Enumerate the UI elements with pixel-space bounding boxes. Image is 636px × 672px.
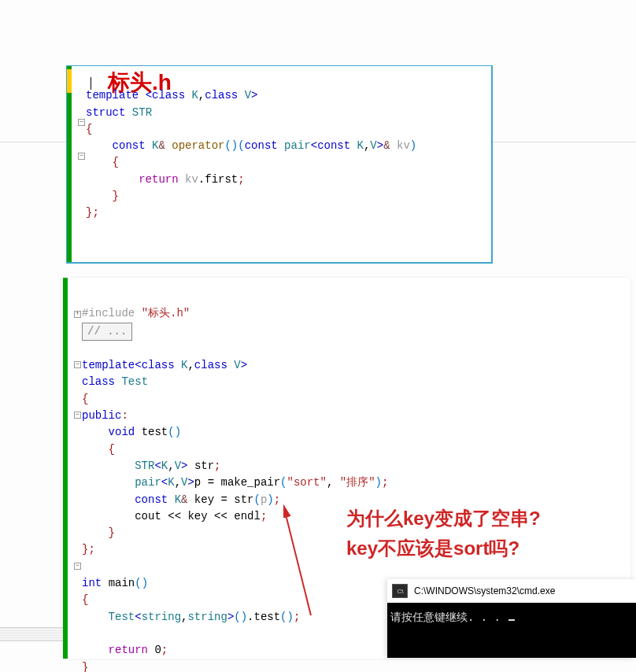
code-editor-header[interactable]: − − 标头.h template <class K,class V> stru… (66, 65, 493, 264)
cmd-output: 请按任意键继续. . . (387, 603, 636, 658)
fold-toggle[interactable]: + (74, 311, 81, 318)
terminal-cursor (508, 619, 515, 621)
cmd-window[interactable]: C:\ C:\WINDOWS\system32\cmd.exe 请按任意键继续.… (387, 579, 636, 658)
code-content: #include "标头.h" // ... template<class K,… (82, 289, 388, 672)
fold-toggle[interactable]: − (78, 153, 85, 160)
cmd-icon: C:\ (392, 584, 408, 598)
collapsed-region[interactable]: // ... (82, 323, 132, 341)
fold-toggle[interactable]: − (74, 361, 81, 368)
fold-column: + − − − (68, 278, 80, 659)
cmd-title-bar[interactable]: C:\ C:\WINDOWS\system32\cmd.exe (387, 579, 636, 603)
fold-toggle[interactable]: − (74, 412, 81, 419)
code-content: template <class K,class V> struct STR { … (86, 71, 416, 238)
fold-toggle[interactable]: − (78, 119, 85, 126)
annotation-text: 为什么key变成了空串? key不应该是sort吗? (346, 504, 541, 564)
cmd-title-text: C:\WINDOWS\system32\cmd.exe (414, 585, 555, 596)
fold-column: − − (72, 66, 84, 262)
fold-toggle[interactable]: − (74, 563, 81, 570)
